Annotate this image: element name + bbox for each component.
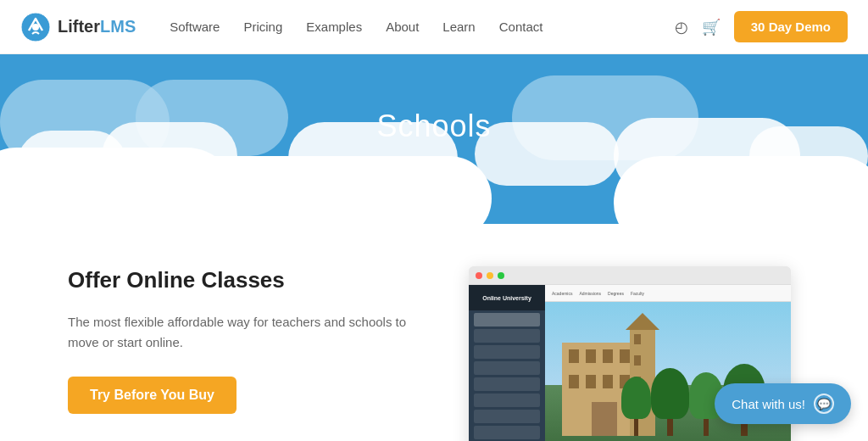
mockup-site-title: Online University bbox=[482, 295, 531, 301]
tree-trunk-4 bbox=[634, 419, 638, 436]
mockup-sidebar-item-6 bbox=[474, 394, 540, 407]
cloud-puff-4 bbox=[475, 122, 619, 186]
cart-icon[interactable]: 🛒 bbox=[702, 18, 721, 36]
nav-links: Software Pricing Examples About Learn Co… bbox=[170, 20, 675, 34]
user-icon[interactable]: ◴ bbox=[675, 18, 688, 36]
content-left: Offer Online Classes The most flexible a… bbox=[68, 266, 409, 414]
tree-trunk-2 bbox=[704, 419, 709, 436]
logo-text: LifterLMS bbox=[58, 17, 136, 36]
mockup-nav-item-1: Academics bbox=[552, 291, 572, 296]
mockup-nav-item-2: Admissions bbox=[579, 291, 601, 296]
building-window-5 bbox=[569, 375, 579, 388]
nav-about[interactable]: About bbox=[386, 20, 419, 34]
mockup-sidebar-item-7 bbox=[474, 410, 540, 423]
try-before-buy-button[interactable]: Try Before You Buy bbox=[68, 377, 236, 414]
dot-yellow bbox=[487, 272, 493, 279]
building-window-1 bbox=[569, 349, 579, 363]
nav-icons: ◴ 🛒 bbox=[675, 18, 721, 36]
tree-top-3 bbox=[651, 368, 689, 419]
tree-trunk-3 bbox=[667, 419, 673, 436]
building-window-7 bbox=[603, 375, 613, 388]
demo-button[interactable]: 30 Day Demo bbox=[734, 11, 848, 42]
tree-4 bbox=[621, 377, 651, 436]
content-heading: Offer Online Classes bbox=[68, 266, 409, 295]
mockup-sidebar-item-4 bbox=[474, 361, 540, 375]
chat-widget[interactable]: Chat with us! 💬 bbox=[715, 383, 851, 424]
mockup-sidebar-item-1 bbox=[474, 313, 540, 327]
building-window-6 bbox=[586, 375, 596, 388]
mockup-nav-item-4: Faculty bbox=[631, 291, 644, 296]
clouds-decoration bbox=[0, 131, 868, 224]
tree-3 bbox=[651, 368, 689, 436]
dot-green bbox=[498, 272, 504, 279]
building-window-2 bbox=[586, 349, 596, 363]
mockup-sidebar-item-8 bbox=[474, 426, 540, 439]
building-window-4 bbox=[620, 349, 630, 363]
dot-red bbox=[476, 272, 482, 279]
chat-label: Chat with us! bbox=[732, 397, 805, 411]
building-door bbox=[592, 402, 617, 436]
nav-pricing[interactable]: Pricing bbox=[243, 20, 282, 34]
hero-title: Schools bbox=[376, 109, 491, 144]
mockup-sidebar-item-2 bbox=[474, 329, 540, 343]
nav-software[interactable]: Software bbox=[170, 20, 220, 34]
logo[interactable]: LifterLMS bbox=[20, 12, 136, 42]
navbar: LifterLMS Software Pricing Examples Abou… bbox=[0, 0, 868, 54]
mockup-sidebar-item-3 bbox=[474, 345, 540, 359]
mockup-sidebar-header: Online University bbox=[469, 285, 545, 310]
hero-section: Schools bbox=[0, 54, 868, 224]
mockup-sidebar-item-5 bbox=[474, 377, 540, 391]
svg-point-1 bbox=[32, 24, 39, 31]
nav-contact[interactable]: Contact bbox=[499, 20, 543, 34]
building-window-3 bbox=[603, 349, 613, 363]
content-description: The most flexible affordable way for tea… bbox=[68, 312, 409, 353]
cloud-bottom-center bbox=[170, 156, 492, 224]
mockup-sidebar: Online University bbox=[469, 285, 545, 441]
tower-window-1 bbox=[634, 334, 641, 344]
tree-top-4 bbox=[621, 377, 651, 419]
chat-icon: 💬 bbox=[814, 394, 834, 414]
cloud-bottom-right bbox=[614, 156, 868, 224]
logo-icon bbox=[20, 12, 51, 42]
nav-examples[interactable]: Examples bbox=[306, 20, 362, 34]
tower-window-2 bbox=[634, 355, 641, 366]
nav-learn[interactable]: Learn bbox=[442, 20, 475, 34]
mockup-nav-item-3: Degrees bbox=[608, 291, 624, 296]
mockup-topnav: Academics Admissions Degrees Faculty bbox=[545, 285, 791, 302]
mockup-titlebar bbox=[469, 266, 791, 285]
